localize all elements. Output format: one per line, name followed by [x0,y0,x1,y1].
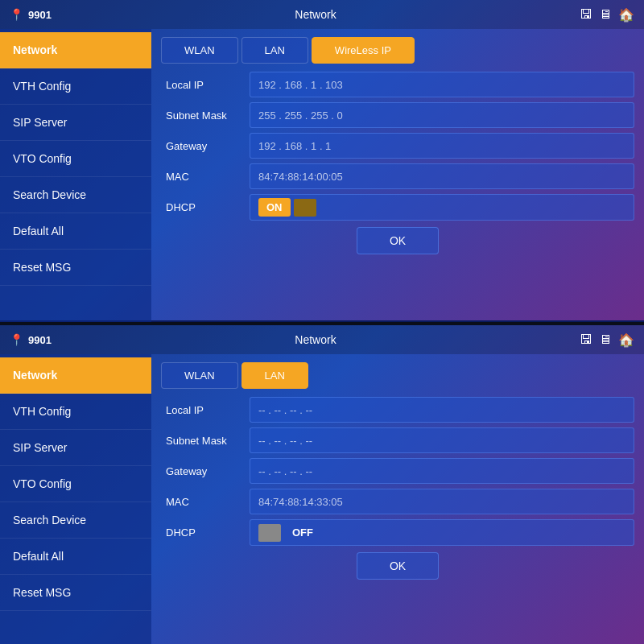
label-subnet-1: Subnet Mask [161,103,250,128]
panel-top: 📍 9901 Network 🖫 🖥 🏠 Network VTH Config … [0,0,644,322]
sidebar-item-vth-config-2[interactable]: VTH Config [0,394,151,430]
field-mac-1: MAC 84:74:88:14:00:05 [161,163,634,189]
tab-lan-2[interactable]: LAN [242,362,308,389]
dhcp-label-2: DHCP [161,520,250,545]
tab-wireless-ip-1[interactable]: WireLess IP [312,37,415,64]
ok-wrap-2: OK [161,552,634,580]
sidebar-item-network-2[interactable]: Network [0,357,151,394]
label-mac-2: MAC [161,489,250,514]
label-local-ip-1: Local IP [161,72,250,97]
field-subnet-1: Subnet Mask 255 . 255 . 255 . 0 [161,102,634,128]
value-gateway-2[interactable]: -- . -- . -- . -- [250,458,634,484]
device-id-1: 9901 [28,9,52,21]
sidebar-item-vth-config-1[interactable]: VTH Config [0,68,151,105]
toggle-on-1: ON [258,198,316,217]
home-icon-2[interactable]: 🏠 [618,332,634,348]
dhcp-toggle-box-1 [294,199,316,217]
sidebar-item-search-device-2[interactable]: Search Device [0,502,151,539]
panel-bottom: 📍 9901 Network 🖫 🖥 🏠 Network VTH Config … [0,325,644,644]
location-icon-1: 📍 [10,8,23,21]
device-id-left-2: 📍 9901 [10,333,52,346]
field-local-ip-1: Local IP 192 . 168 . 1 . 103 [161,72,634,97]
field-local-ip-2: Local IP -- . -- . -- . -- [161,397,634,423]
sidebar-item-sip-server-1[interactable]: SIP Server [0,105,151,141]
top-icons-1: 🖫 🖥 🏠 [580,7,634,23]
tab-bar-1: WLAN LAN WireLess IP [161,37,634,64]
value-local-ip-1[interactable]: 192 . 168 . 1 . 103 [250,72,634,97]
value-subnet-2[interactable]: -- . -- . -- . -- [250,427,634,453]
sidebar-item-vto-config-1[interactable]: VTO Config [0,141,151,177]
content-area-1: Network VTH Config SIP Server VTO Config… [0,29,644,322]
sidebar-item-reset-msg-1[interactable]: Reset MSG [0,250,151,286]
main-content-2: WLAN LAN Local IP -- . -- . -- . -- Subn… [151,354,644,644]
dhcp-toggle-box-2 [258,524,281,542]
panel-title-1: Network [295,8,336,21]
label-local-ip-2: Local IP [161,398,250,423]
panel-title-2: Network [295,333,336,346]
tab-bar-2: WLAN LAN [161,362,634,389]
monitor-icon-1[interactable]: 🖥 [599,7,612,22]
sidebar-1: Network VTH Config SIP Server VTO Config… [0,29,151,322]
field-mac-2: MAC 84:74:88:14:33:05 [161,489,634,514]
sidebar-item-vto-config-2[interactable]: VTO Config [0,466,151,502]
home-icon-1[interactable]: 🏠 [618,7,634,23]
value-mac-2: 84:74:88:14:33:05 [250,489,634,514]
device-id-2: 9901 [28,334,52,346]
top-icons-2: 🖫 🖥 🏠 [580,332,634,348]
value-subnet-1[interactable]: 255 . 255 . 255 . 0 [250,102,634,128]
top-bar-1: 📍 9901 Network 🖫 🖥 🏠 [0,0,644,29]
location-icon-2: 📍 [10,333,23,346]
dhcp-field-2: OFF [250,519,634,546]
sidebar-item-reset-msg-2[interactable]: Reset MSG [0,575,151,611]
label-gateway-2: Gateway [161,459,250,484]
field-gateway-1: Gateway 192 . 168 . 1 . 1 [161,133,634,159]
tab-wlan-1[interactable]: WLAN [161,37,238,64]
sidebar-item-network-1[interactable]: Network [0,32,151,68]
device-id-left-1: 📍 9901 [10,8,52,21]
dhcp-row-2: DHCP OFF [161,519,634,546]
main-content-1: WLAN LAN WireLess IP Local IP 192 . 168 … [151,29,644,322]
monitor-icon-2[interactable]: 🖥 [599,332,612,347]
save-icon-2[interactable]: 🖫 [580,332,592,347]
sidebar-item-default-all-2[interactable]: Default All [0,539,151,575]
tab-wlan-2[interactable]: WLAN [161,362,238,389]
save-icon-1[interactable]: 🖫 [580,7,592,22]
top-bar-2: 📍 9901 Network 🖫 🖥 🏠 [0,325,644,354]
label-mac-1: MAC [161,164,250,189]
field-gateway-2: Gateway -- . -- . -- . -- [161,458,634,484]
value-local-ip-2[interactable]: -- . -- . -- . -- [250,397,634,423]
dhcp-toggle-btn-1[interactable]: ON [258,198,291,217]
ok-wrap-1: OK [161,227,634,254]
tab-lan-1[interactable]: LAN [242,37,308,64]
label-subnet-2: Subnet Mask [161,428,250,453]
sidebar-2: Network VTH Config SIP Server VTO Config… [0,354,151,644]
value-gateway-1[interactable]: 192 . 168 . 1 . 1 [250,133,634,159]
dhcp-toggle-btn-2[interactable]: OFF [284,523,321,542]
sidebar-item-default-all-1[interactable]: Default All [0,213,151,250]
dhcp-field-1: ON [250,194,634,221]
field-subnet-2: Subnet Mask -- . -- . -- . -- [161,427,634,453]
ok-button-2[interactable]: OK [357,552,439,580]
content-area-2: Network VTH Config SIP Server VTO Config… [0,354,644,644]
ok-button-1[interactable]: OK [357,227,439,254]
value-mac-1: 84:74:88:14:00:05 [250,163,634,189]
dhcp-label-1: DHCP [161,195,250,220]
toggle-off-2: OFF [258,523,321,542]
dhcp-row-1: DHCP ON [161,194,634,221]
sidebar-item-search-device-1[interactable]: Search Device [0,177,151,213]
sidebar-item-sip-server-2[interactable]: SIP Server [0,430,151,466]
label-gateway-1: Gateway [161,134,250,159]
